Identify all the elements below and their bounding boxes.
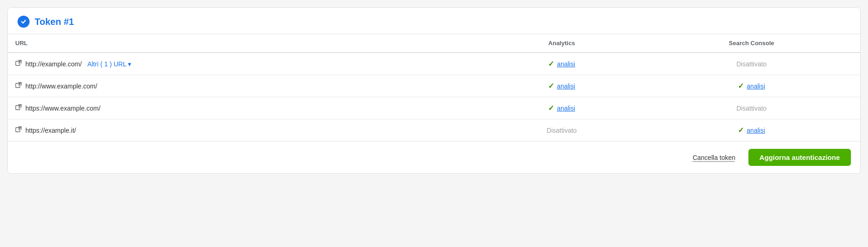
checkmark-icon: ✓ bbox=[548, 59, 554, 68]
external-link-icon bbox=[15, 82, 22, 90]
search-console-status-0: Disattivato bbox=[643, 53, 860, 75]
sc-active: ✓analisi bbox=[738, 126, 765, 135]
svg-rect-3 bbox=[16, 83, 20, 88]
checkmark-icon: ✓ bbox=[738, 82, 744, 90]
analytics-status-0: ✓analisi bbox=[481, 53, 643, 75]
col-header-analytics: Analytics bbox=[481, 34, 643, 53]
analytics-active: ✓analisi bbox=[548, 82, 575, 90]
url-cell-1: http://www.example.com/ bbox=[8, 75, 481, 97]
card-header: Token #1 bbox=[8, 8, 860, 34]
col-header-search-console: Search Console bbox=[643, 34, 860, 53]
sc-analisi-link[interactable]: analisi bbox=[747, 127, 765, 134]
url-table: URL Analytics Search Console http://exam… bbox=[8, 34, 860, 141]
checkmark-icon: ✓ bbox=[548, 104, 554, 112]
svg-rect-7 bbox=[16, 128, 20, 132]
sc-active: ✓analisi bbox=[738, 82, 765, 90]
external-link-icon bbox=[15, 60, 22, 68]
analytics-analisi-link[interactable]: analisi bbox=[557, 82, 575, 90]
url-text: https://example.it/ bbox=[25, 127, 76, 134]
sc-analisi-link[interactable]: analisi bbox=[747, 82, 765, 90]
analytics-analisi-link[interactable]: analisi bbox=[557, 105, 575, 112]
update-auth-button[interactable]: Aggiorna autenticazione bbox=[748, 149, 851, 166]
token-card: Token #1 URL Analytics Search Console ht… bbox=[7, 7, 861, 174]
others-url-link[interactable]: Altri ( 1 ) URL ▾ bbox=[87, 60, 131, 68]
svg-point-0 bbox=[18, 16, 30, 28]
cancel-token-button[interactable]: Cancella token bbox=[687, 150, 741, 165]
search-console-status-1: ✓analisi bbox=[643, 75, 860, 97]
svg-rect-5 bbox=[16, 106, 20, 110]
url-cell-2: https://www.example.com/ bbox=[8, 97, 481, 119]
analytics-status-1: ✓analisi bbox=[481, 75, 643, 97]
page-title: Token #1 bbox=[35, 17, 74, 27]
table-row: https://example.it/Disattivato✓analisi bbox=[8, 119, 860, 141]
analytics-status-2: ✓analisi bbox=[481, 97, 643, 119]
search-console-status-2: Disattivato bbox=[643, 97, 860, 119]
url-text: http://example.com/ bbox=[25, 60, 82, 68]
analytics-analisi-link[interactable]: analisi bbox=[557, 60, 575, 68]
sc-disabled: Disattivato bbox=[736, 105, 766, 112]
table-row: http://www.example.com/✓analisi✓analisi bbox=[8, 75, 860, 97]
checkmark-icon: ✓ bbox=[738, 126, 744, 135]
table-row: https://www.example.com/✓analisiDisattiv… bbox=[8, 97, 860, 119]
analytics-active: ✓analisi bbox=[548, 59, 575, 68]
url-cell-0: http://example.com/Altri ( 1 ) URL ▾ bbox=[8, 53, 481, 75]
col-header-url: URL bbox=[8, 34, 481, 53]
table-row: http://example.com/Altri ( 1 ) URL ▾✓ana… bbox=[8, 53, 860, 75]
analytics-status-3: Disattivato bbox=[481, 119, 643, 141]
sc-disabled: Disattivato bbox=[736, 60, 766, 68]
external-link-icon bbox=[15, 126, 22, 134]
analytics-disabled: Disattivato bbox=[547, 127, 577, 134]
url-text: https://www.example.com/ bbox=[25, 105, 101, 112]
url-text: http://www.example.com/ bbox=[25, 82, 97, 90]
footer: Cancella token Aggiorna autenticazione bbox=[8, 141, 860, 173]
external-link-icon bbox=[15, 104, 22, 112]
analytics-active: ✓analisi bbox=[548, 104, 575, 112]
url-cell-3: https://example.it/ bbox=[8, 119, 481, 141]
svg-rect-1 bbox=[16, 61, 20, 65]
search-console-status-3: ✓analisi bbox=[643, 119, 860, 141]
checkmark-icon: ✓ bbox=[548, 82, 554, 90]
token-icon bbox=[17, 15, 30, 28]
